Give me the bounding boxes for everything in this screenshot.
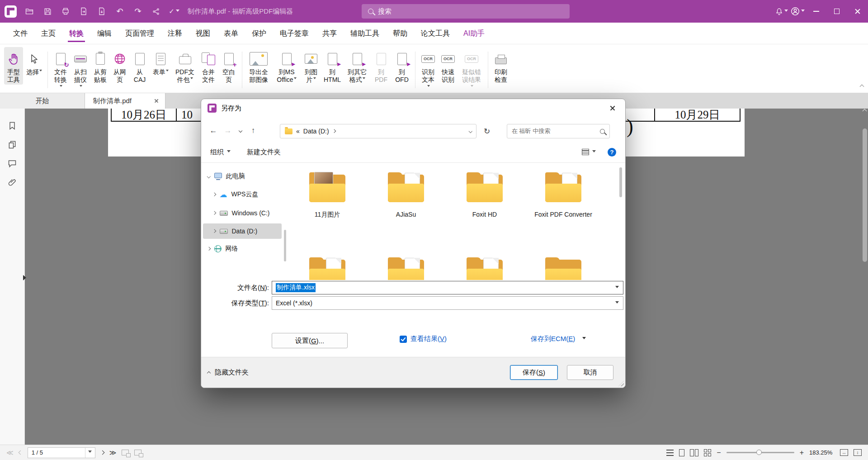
ribbon-button-form[interactable]: 表单 bbox=[151, 47, 171, 77]
close-window-button[interactable] bbox=[847, 0, 868, 23]
zoom-slider-thumb[interactable] bbox=[756, 450, 762, 455]
ribbon-button-from-web[interactable]: 从网页 bbox=[111, 47, 129, 85]
crumb-collapsed[interactable]: « bbox=[296, 128, 300, 135]
breadcrumb-path[interactable]: Data (D:) bbox=[303, 128, 329, 135]
menu-help[interactable]: 帮助 bbox=[386, 23, 414, 44]
maximize-button[interactable] bbox=[826, 0, 847, 23]
folder-item[interactable]: AJiaSu bbox=[367, 172, 445, 218]
ribbon-button-print-check[interactable]: 印刷检查 bbox=[491, 47, 510, 85]
ribbon-button-from-caj[interactable]: 从CAJ bbox=[130, 47, 150, 85]
help-button[interactable]: ? bbox=[608, 148, 616, 156]
menu-convert[interactable]: 转换 bbox=[62, 23, 90, 44]
tree-item-data-d[interactable]: Data (D:) bbox=[203, 223, 282, 239]
view-result-option[interactable]: 查看结果(V) bbox=[400, 335, 447, 343]
email-button[interactable] bbox=[75, 3, 92, 19]
minimize-button[interactable] bbox=[806, 0, 826, 23]
chevron-right-icon[interactable] bbox=[212, 211, 216, 215]
ribbon-button-file-convert[interactable]: ↻ 文件转换 bbox=[51, 47, 70, 92]
menu-edit[interactable]: 编辑 bbox=[90, 23, 118, 44]
redo-button[interactable]: ↷ bbox=[130, 3, 146, 19]
ribbon-button-pdf-portfolio[interactable]: PDF文件包 bbox=[172, 47, 198, 85]
page-dropdown-button[interactable] bbox=[85, 448, 95, 458]
zoom-in-button[interactable]: + bbox=[800, 449, 804, 457]
print-button[interactable] bbox=[57, 3, 74, 19]
ribbon-button-quick-ocr[interactable]: OCR 快速识别 bbox=[439, 47, 458, 85]
menu-esign[interactable]: 电子签章 bbox=[273, 23, 316, 44]
single-page-view-icon[interactable] bbox=[679, 449, 684, 456]
next-view-icon[interactable] bbox=[134, 450, 142, 455]
bookmark-panel-button[interactable] bbox=[8, 121, 17, 130]
open-file-button[interactable] bbox=[21, 3, 38, 19]
ribbon-button-ocr-suspects[interactable]: OCR 疑似错误结果 bbox=[458, 47, 485, 92]
menu-home[interactable]: 主页 bbox=[34, 23, 62, 44]
checkbox-checked-icon[interactable] bbox=[400, 336, 407, 343]
previous-page-button[interactable] bbox=[18, 451, 23, 455]
zoom-out-button[interactable]: − bbox=[717, 449, 721, 457]
folder-item[interactable]: Foxit PDF Converter bbox=[524, 172, 603, 218]
tree-item-wps-cloud[interactable]: ☁ WPS云盘 bbox=[203, 187, 282, 202]
chevron-right-icon[interactable] bbox=[207, 247, 211, 251]
settings-button[interactable]: 设置(G)... bbox=[272, 333, 348, 348]
fit-width-icon[interactable]: ↔ bbox=[840, 449, 848, 456]
menu-comment[interactable]: 注释 bbox=[161, 23, 189, 44]
folder-item[interactable] bbox=[367, 257, 445, 280]
ribbon-button-hand-tool[interactable]: 手型工具 bbox=[4, 47, 23, 85]
close-tab-icon[interactable] bbox=[154, 99, 159, 103]
fit-page-icon[interactable]: ↕ bbox=[854, 449, 862, 456]
menu-accessibility[interactable]: 辅助工具 bbox=[344, 23, 386, 44]
scroll-up-icon[interactable] bbox=[863, 109, 867, 114]
filename-dropdown-button[interactable] bbox=[611, 281, 623, 294]
nav-forward-button[interactable]: → bbox=[221, 123, 235, 138]
hide-folders-button[interactable]: 隐藏文件夹 bbox=[208, 368, 249, 377]
first-page-button[interactable]: ≪ bbox=[6, 449, 14, 456]
menu-page-management[interactable]: 页面管理 bbox=[118, 23, 161, 44]
undo-button[interactable]: ↶ bbox=[112, 3, 128, 19]
menu-ai-assistant[interactable]: AI助手 bbox=[457, 23, 491, 44]
nav-back-button[interactable]: ← bbox=[207, 123, 220, 138]
notifications-button[interactable] bbox=[773, 3, 789, 19]
ribbon-button-select[interactable]: 选择 bbox=[24, 47, 44, 77]
chevron-right-icon[interactable] bbox=[212, 193, 216, 196]
ribbon-button-to-html[interactable]: ▸ 到HTML bbox=[321, 47, 343, 85]
ribbon-button-from-scanner[interactable]: 从扫描仪 bbox=[71, 47, 90, 92]
last-page-button[interactable]: ≫ bbox=[109, 449, 117, 456]
nav-up-button[interactable]: ↑ bbox=[246, 123, 260, 138]
address-history-icon[interactable] bbox=[468, 129, 472, 133]
tree-item-windows-c[interactable]: Windows (C:) bbox=[203, 205, 282, 221]
ribbon-button-merge-files[interactable]: 合并文件 bbox=[199, 47, 218, 85]
ribbon-button-to-ofd[interactable]: ▸ 到OFD bbox=[392, 47, 412, 85]
vertical-scrollbar[interactable] bbox=[862, 110, 868, 436]
tree-item-this-pc[interactable]: 此电脑 bbox=[203, 169, 282, 184]
tab-start[interactable]: 开始 bbox=[0, 93, 85, 109]
customize-toolbar-button[interactable]: ✓ bbox=[166, 3, 182, 19]
expand-panel-handle[interactable] bbox=[23, 275, 26, 280]
ribbon-button-ocr-text[interactable]: OCR 识别文本 bbox=[419, 47, 438, 92]
new-folder-button[interactable]: 新建文件夹 bbox=[247, 148, 281, 156]
tree-scrollbar[interactable] bbox=[284, 230, 286, 261]
chevron-down-icon[interactable] bbox=[207, 175, 211, 178]
reading-mode-icon[interactable] bbox=[666, 450, 674, 456]
cancel-button[interactable]: 取消 bbox=[567, 365, 613, 380]
comments-panel-button[interactable] bbox=[8, 159, 17, 168]
convert-button[interactable] bbox=[94, 3, 110, 19]
folder-item[interactable]: Foxit HD bbox=[445, 172, 524, 218]
page-number-box[interactable]: 1 / 5 bbox=[28, 447, 95, 458]
ribbon-button-to-ms-office[interactable]: ▸ 到MS Office bbox=[273, 47, 301, 85]
menu-paper-tools[interactable]: 论文工具 bbox=[414, 23, 457, 44]
previous-view-icon[interactable] bbox=[122, 450, 129, 455]
folder-item[interactable] bbox=[524, 257, 603, 280]
menu-view[interactable]: 视图 bbox=[189, 23, 217, 44]
menu-protect[interactable]: 保护 bbox=[245, 23, 273, 44]
folder-item[interactable]: 11月图片 bbox=[288, 172, 367, 218]
tab-document[interactable]: 制作清单.pdf bbox=[85, 93, 165, 109]
tree-item-network[interactable]: 网络 bbox=[203, 241, 282, 256]
save-button[interactable] bbox=[39, 3, 56, 19]
ribbon-button-to-image[interactable]: 到图片 bbox=[302, 47, 321, 85]
filetype-select[interactable]: Excel (*.xlsx) bbox=[272, 296, 623, 310]
recent-locations-button[interactable] bbox=[236, 123, 245, 138]
ribbon-button-export-all-images[interactable]: 导出全部图像 bbox=[245, 47, 272, 85]
change-view-button[interactable] bbox=[582, 149, 596, 155]
ribbon-button-blank-page[interactable]: + 空白页 bbox=[219, 47, 239, 85]
folder-item[interactable] bbox=[288, 257, 367, 280]
ribbon-button-to-other-formats[interactable]: ▸ 到其它格式 bbox=[344, 47, 370, 85]
